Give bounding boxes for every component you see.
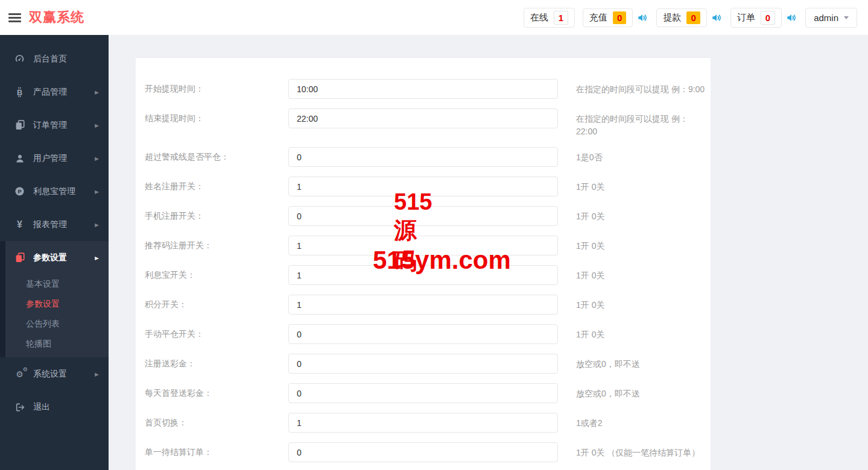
chevron-right-icon: ▶: [95, 222, 99, 227]
sidebar-item-8[interactable]: 退出: [0, 390, 109, 424]
field-input[interactable]: [288, 383, 558, 403]
app-logo[interactable]: 双赢系统: [29, 8, 84, 27]
form-row: 手动平仓开关： 1开 0关: [145, 324, 711, 344]
field-label: 注册送彩金：: [145, 354, 288, 374]
field-input[interactable]: [288, 295, 558, 315]
field-label: 每天首登送彩金：: [145, 383, 288, 403]
chevron-right-icon: ▶: [95, 255, 99, 260]
form-row: 每天首登送彩金： 放空或0，即不送: [145, 383, 711, 403]
field-label: 首页切换：: [145, 413, 288, 433]
top-header: 双赢系统 在线 1 充值 0 提款 0: [0, 0, 868, 35]
stat-count-badge: 0: [613, 11, 626, 24]
sidebar-subitem-0[interactable]: 基本设置: [5, 274, 109, 294]
stat-label: 在线: [530, 12, 548, 24]
sidebar-item-1[interactable]: B 产品管理 ▶: [0, 75, 109, 108]
menu-toggle-icon[interactable]: [8, 13, 21, 22]
field-hint: 1开 0关 （仅能一笔待结算订单）: [576, 442, 706, 462]
files-icon: [13, 252, 27, 263]
header-stat[interactable]: 提款 0: [656, 8, 706, 27]
sidebar-item-3[interactable]: 用户管理 ▶: [0, 142, 109, 175]
field-label: 结束提现时间：: [145, 108, 288, 137]
field-input[interactable]: [288, 177, 558, 196]
field-hint: 在指定的时间段可以提现 例：22:00: [576, 108, 706, 137]
field-input[interactable]: [288, 147, 558, 167]
sidebar-item-7[interactable]: ⚙⚙ 系统设置 ▶: [0, 357, 109, 390]
field-label: 开始提现时间：: [145, 79, 288, 99]
field-input[interactable]: [288, 324, 558, 344]
sidebar-item-0[interactable]: 后台首页: [0, 42, 109, 75]
header-right: 在线 1 充值 0 提款 0: [524, 8, 868, 28]
form-row: 开始提现时间： 在指定的时间段可以提现 例：9:00: [145, 79, 711, 99]
speaker-icon[interactable]: [637, 12, 648, 24]
dashboard-icon: [13, 54, 27, 64]
gears-icon: ⚙⚙: [13, 370, 27, 378]
field-input[interactable]: [288, 413, 558, 433]
field-hint: 1开 0关: [576, 295, 706, 315]
sidebar-submenu: 基本设置参数设置公告列表轮播图: [5, 274, 109, 357]
logout-icon: [13, 403, 27, 412]
bitcoin-icon: B: [13, 87, 27, 98]
sidebar-item-6[interactable]: 参数设置 ▶: [5, 241, 109, 274]
header-stat-group: 在线 1: [524, 8, 575, 28]
yen-icon: ¥: [13, 220, 27, 230]
sidebar-item-label: 退出: [33, 402, 99, 413]
stat-count-badge: 0: [761, 11, 775, 25]
form-row: 姓名注册开关： 1开 0关: [145, 177, 711, 196]
header-stat[interactable]: 订单 0: [730, 8, 782, 28]
sidebar: 后台首页 B 产品管理 ▶ 订单管理 ▶ 用户管理 ▶ P 利息宝管理 ▶ ¥ …: [0, 35, 109, 470]
form-row: 注册送彩金： 放空或0，即不送: [145, 354, 711, 374]
field-input[interactable]: [288, 265, 558, 285]
main-content: 开始提现时间： 在指定的时间段可以提现 例：9:00 结束提现时间： 在指定的时…: [109, 35, 868, 470]
header-stat[interactable]: 充值 0: [583, 8, 633, 27]
sidebar-item-label: 利息宝管理: [33, 186, 95, 197]
field-label: 手动平仓开关：: [145, 324, 288, 344]
field-hint: 1开 0关: [576, 324, 706, 344]
stat-label: 充值: [589, 12, 607, 24]
speaker-icon[interactable]: [711, 12, 723, 24]
stat-count-badge: 1: [554, 11, 568, 25]
field-input[interactable]: [288, 354, 558, 374]
form-row: 积分开关： 1开 0关: [145, 295, 711, 315]
sidebar-subitem-3[interactable]: 轮播图: [5, 334, 109, 354]
user-menu[interactable]: admin: [805, 8, 857, 28]
header-left: 双赢系统: [0, 8, 84, 27]
header-stat[interactable]: 在线 1: [524, 8, 575, 28]
form-row: 利息宝开关： 1开 0关: [145, 265, 711, 285]
field-hint: 1开 0关: [576, 177, 706, 196]
sidebar-item-2[interactable]: 订单管理 ▶: [0, 108, 109, 142]
sidebar-item-label: 系统设置: [33, 369, 95, 380]
files-icon: [13, 120, 27, 130]
field-label: 超过警戒线是否平仓：: [145, 147, 288, 167]
form-row: 首页切换： 1或者2: [145, 413, 711, 433]
sidebar-item-label: 用户管理: [33, 153, 95, 164]
settings-form-card: 开始提现时间： 在指定的时间段可以提现 例：9:00 结束提现时间： 在指定的时…: [136, 57, 711, 470]
stat-label: 提款: [663, 12, 681, 24]
sidebar-subitem-2[interactable]: 公告列表: [5, 314, 109, 334]
field-input[interactable]: [288, 236, 558, 255]
chevron-right-icon: ▶: [95, 155, 99, 161]
chevron-down-icon: [844, 16, 849, 19]
chevron-right-icon: ▶: [95, 122, 99, 128]
field-hint: 1是0否: [576, 147, 706, 167]
sidebar-item-5[interactable]: ¥ 报表管理 ▶: [0, 208, 109, 241]
field-label: 推荐码注册开关：: [145, 236, 288, 255]
field-hint: 1或者2: [576, 413, 706, 433]
field-label: 手机注册开关：: [145, 206, 288, 226]
form-row: 单一待结算订单： 1开 0关 （仅能一笔待结算订单）: [145, 442, 711, 462]
speaker-icon[interactable]: [786, 12, 797, 24]
sidebar-item-4[interactable]: P 利息宝管理 ▶: [0, 175, 109, 208]
sidebar-subitem-1[interactable]: 参数设置: [5, 294, 109, 314]
form-row: 结束提现时间： 在指定的时间段可以提现 例：22:00: [145, 108, 711, 137]
field-hint: 1开 0关: [576, 206, 706, 226]
field-input[interactable]: [288, 108, 558, 128]
chevron-right-icon: ▶: [95, 89, 99, 95]
sidebar-item-label: 产品管理: [33, 87, 95, 98]
field-input[interactable]: [288, 79, 558, 99]
field-input[interactable]: [288, 206, 558, 226]
chevron-right-icon: ▶: [95, 371, 99, 377]
header-stat-group: 提款 0: [656, 8, 722, 27]
field-hint: 放空或0，即不送: [576, 354, 706, 374]
field-input[interactable]: [288, 442, 558, 462]
svg-text:P: P: [17, 189, 21, 195]
field-hint: 1开 0关: [576, 236, 706, 255]
